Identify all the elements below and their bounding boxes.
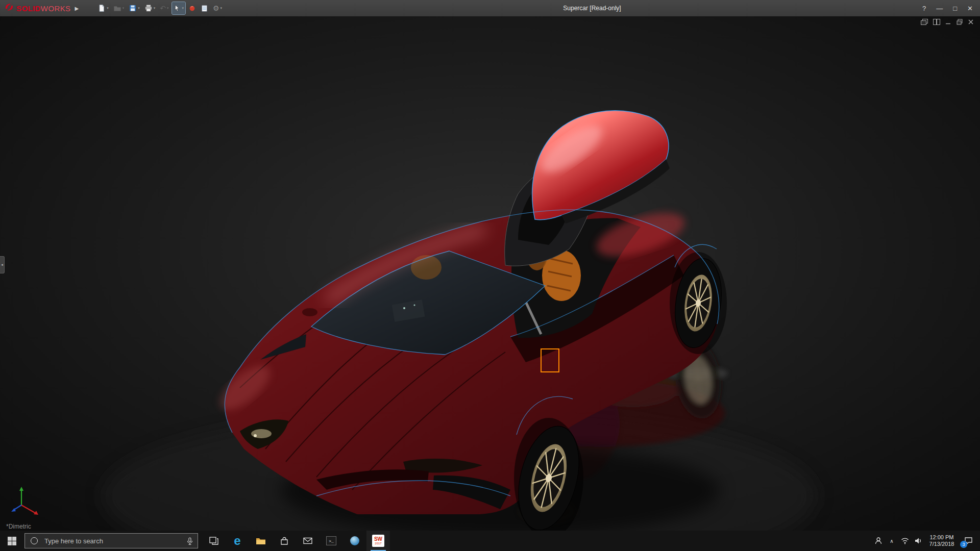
sw-label: SW	[374, 537, 382, 542]
edrawings-sphere-icon	[350, 536, 360, 546]
minimize-button[interactable]: —	[936, 5, 943, 12]
dropdown-caret[interactable]: ▾	[138, 6, 140, 10]
brand-bold-text: SOLID	[16, 4, 41, 13]
task-view-icon	[209, 537, 218, 545]
solidworks-logo-icon	[4, 2, 14, 14]
side-mirror	[302, 308, 317, 316]
hidden-icons-button[interactable]: ∧	[885, 531, 898, 551]
file-explorer-button[interactable]	[249, 531, 273, 551]
file-explorer-icon	[256, 537, 266, 545]
new-document-button[interactable]: ▾	[96, 2, 110, 14]
document-window-controls	[921, 19, 974, 25]
gear-icon: ⚙	[213, 4, 219, 12]
dropdown-caret[interactable]: ▾	[167, 6, 169, 10]
open-folder-icon	[113, 4, 121, 12]
feature-tree-flyout-tab[interactable]: ◄	[0, 256, 5, 273]
file-properties-icon	[201, 5, 208, 12]
action-center-button[interactable]: 3	[959, 531, 978, 551]
solidworks-taskbar-button[interactable]: SW 2017	[366, 531, 390, 551]
volume-button[interactable]	[912, 531, 925, 551]
dropdown-caret[interactable]: ▾	[154, 6, 156, 10]
notification-count-badge: 3	[960, 541, 967, 548]
search-input[interactable]	[25, 534, 198, 548]
microphone-icon[interactable]	[187, 537, 193, 547]
solidworks-logo: SOLIDWORKS	[4, 2, 71, 14]
orientation-triad	[7, 484, 44, 522]
graphics-viewport[interactable]: ◄ *Dimetric	[0, 16, 980, 531]
clock-time: 12:00 PM	[926, 534, 958, 541]
select-cursor-icon	[174, 5, 181, 12]
people-button[interactable]	[872, 531, 885, 551]
print-button[interactable]: ▾	[143, 2, 157, 14]
document-title: Supercar [Read-only]	[265, 0, 919, 16]
titlebar: SOLIDWORKS ▶ ▾ ▾	[0, 0, 980, 16]
dropdown-caret[interactable]: ▾	[220, 6, 223, 10]
quick-access-toolbar: ▾ ▾ ▾	[96, 2, 224, 14]
doc-tile-button[interactable]	[933, 19, 940, 25]
dropdown-caret[interactable]: ▾	[182, 6, 184, 10]
start-button[interactable]	[0, 531, 23, 551]
windows-logo-icon	[8, 537, 16, 545]
panel-collapse-arrow-icon: ◄	[1, 263, 4, 266]
help-button[interactable]: ?	[922, 5, 926, 12]
solidworks-app-icon: SW 2017	[372, 535, 384, 547]
speaker-icon	[914, 537, 922, 544]
open-button[interactable]: ▾	[112, 2, 126, 14]
mail-button[interactable]	[296, 531, 320, 551]
save-button[interactable]: ▾	[127, 2, 141, 14]
window-controls: ? — □ ✕	[922, 5, 976, 12]
taskbar-clock[interactable]: 12:00 PM 7/13/2018	[925, 534, 959, 547]
chevron-up-icon: ∧	[890, 538, 893, 544]
dropdown-caret[interactable]: ▾	[122, 6, 125, 10]
doc-minimize-button[interactable]	[945, 19, 951, 25]
command-prompt-icon: >_	[326, 536, 336, 545]
printer-icon	[144, 4, 153, 12]
maximize-button[interactable]: □	[953, 5, 957, 12]
view-orientation-label: *Dimetric	[6, 523, 31, 530]
store-icon	[280, 537, 288, 545]
selection-highlight-box	[541, 348, 559, 372]
doc-close-button[interactable]	[968, 19, 974, 25]
save-floppy-icon	[129, 4, 137, 12]
close-button[interactable]: ✕	[967, 5, 973, 12]
select-tool-button[interactable]: ▾	[172, 2, 186, 14]
windows-taskbar: e >_	[0, 531, 980, 551]
dropdown-caret[interactable]: ▾	[107, 6, 109, 10]
network-icon	[901, 537, 909, 544]
doc-cascade-button[interactable]	[921, 19, 928, 25]
solidworks-app-window: SOLIDWORKS ▶ ▾ ▾	[0, 0, 980, 551]
store-button[interactable]	[273, 531, 296, 551]
rear-wheel	[670, 252, 727, 354]
seat-through-glass	[411, 255, 442, 280]
undo-icon: ↶	[160, 4, 166, 12]
file-properties-button[interactable]	[199, 2, 210, 14]
command-prompt-button[interactable]: >_	[320, 531, 343, 551]
task-view-button[interactable]	[202, 531, 226, 551]
new-document-icon	[97, 4, 106, 12]
menu-flyout-arrow-icon[interactable]: ▶	[75, 6, 79, 11]
mail-icon	[303, 537, 312, 544]
3d-scene[interactable]	[0, 16, 980, 531]
people-icon	[874, 537, 883, 545]
options-button[interactable]: ⚙ ▾	[211, 2, 224, 14]
taskbar-apps: e >_	[202, 531, 390, 551]
taskbar-search[interactable]	[24, 533, 198, 548]
edrawings-button[interactable]	[343, 531, 366, 551]
brand-light-text: WORKS	[41, 4, 71, 13]
rebuild-light-icon	[188, 5, 196, 12]
edge-icon: e	[234, 534, 240, 548]
sw-year: 2017	[375, 542, 381, 545]
cortana-icon	[31, 537, 38, 544]
edge-button[interactable]: e	[226, 531, 249, 551]
system-tray: ∧ 12:00 PM 7/13/2018	[872, 531, 980, 551]
network-button[interactable]	[898, 531, 912, 551]
rebuild-button[interactable]	[187, 2, 198, 14]
clock-date: 7/13/2018	[926, 541, 958, 547]
doc-restore-button[interactable]	[957, 19, 963, 25]
undo-button[interactable]: ↶ ▾	[158, 2, 170, 14]
